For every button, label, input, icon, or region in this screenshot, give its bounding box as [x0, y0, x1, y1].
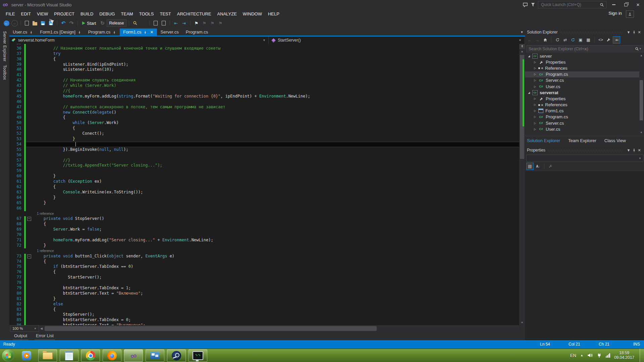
- code-line-85[interactable]: 85 btnStartServer.TabIndex = 0;: [9, 317, 519, 323]
- scroll-down-icon[interactable]: ▼: [639, 130, 643, 135]
- expand-icon[interactable]: ▷: [533, 103, 537, 106]
- document-tab-program-cs[interactable]: Program.cs: [85, 28, 119, 36]
- menu-item-tools[interactable]: TOOLS: [136, 10, 157, 18]
- expand-icon[interactable]: ▷: [533, 122, 537, 125]
- type-dropdown[interactable]: serverrat.homeForm ▼: [9, 37, 269, 44]
- go-to-definition-button[interactable]: [160, 19, 167, 27]
- zoom-selector[interactable]: 100 % ▼: [10, 325, 39, 332]
- object-selector[interactable]: ▼: [526, 155, 643, 162]
- tree-item-server[interactable]: ◢C#server: [525, 53, 639, 59]
- code-line-54[interactable]: 54: [9, 142, 519, 147]
- code-line-78[interactable]: 78: [9, 280, 519, 286]
- code-line-61[interactable]: 61 catch (Exception ex): [9, 179, 519, 184]
- pin-icon[interactable]: [78, 29, 81, 35]
- taskbar-remote-app-button[interactable]: [146, 349, 164, 362]
- code-line-79[interactable]: 79 btnStartServer.TabIndex = 1;: [9, 286, 519, 291]
- tree-scrollbar[interactable]: ▲ ▼: [639, 53, 643, 135]
- find-in-files-button[interactable]: [131, 19, 139, 27]
- pin-icon[interactable]: [30, 29, 33, 35]
- collapse-icon[interactable]: ◢: [527, 55, 531, 58]
- panel-tab-solution-explorer[interactable]: Solution Explorer: [527, 138, 560, 143]
- code-line-86[interactable]: 86 btnStartServer.Text = "Выключено";: [9, 323, 519, 325]
- menu-item-build[interactable]: BUILD: [77, 10, 96, 18]
- split-grip-icon[interactable]: ⇕: [519, 44, 525, 49]
- expand-icon[interactable]: ▷: [533, 128, 537, 131]
- tree-item-form1-cs[interactable]: ▷Form1.cs: [525, 108, 639, 114]
- code-line-64[interactable]: 64 }: [9, 195, 519, 200]
- code-line-38[interactable]: 38 {: [9, 57, 519, 62]
- hidden-icons-icon[interactable]: ▲: [580, 354, 583, 357]
- collapse-all-button[interactable]: ▣: [577, 37, 584, 43]
- taskbar-firefox-button[interactable]: [103, 349, 121, 362]
- expand-icon[interactable]: ▷: [533, 79, 537, 82]
- solution-search-input[interactable]: [527, 47, 635, 51]
- code-line-47[interactable]: 47 // выполняется асинхронно в потоке, т…: [9, 105, 519, 110]
- toolbar-overflow-button[interactable]: ▼: [140, 19, 147, 27]
- taskbar-windows-media-player-button[interactable]: [17, 350, 36, 362]
- redo-button[interactable]: ↷▼: [68, 19, 75, 27]
- fold-collapse-icon[interactable]: –: [27, 217, 31, 221]
- code-line-75[interactable]: 75 if (btnStartServer.TabIndex == 0): [9, 264, 519, 269]
- code-line-62[interactable]: 62 {: [9, 184, 519, 190]
- tree-item-user-cs[interactable]: ▷C#User.cs: [525, 126, 639, 132]
- categorized-button[interactable]: ▤: [526, 163, 534, 170]
- next-bookmark-button[interactable]: ⚑: [209, 19, 216, 27]
- navigate-to-button[interactable]: [152, 19, 159, 27]
- new-file-button[interactable]: ▼: [23, 19, 31, 27]
- power-plug-icon[interactable]: [597, 353, 602, 358]
- tree-item-serverrat[interactable]: ◢C#serverrat: [525, 89, 639, 96]
- save-button[interactable]: [39, 19, 47, 27]
- volume-icon[interactable]: [587, 353, 593, 358]
- menu-item-analyze[interactable]: ANALYZE: [214, 10, 240, 18]
- code-line-55[interactable]: 55 }).BeginInvoke(null, null);: [9, 147, 519, 153]
- code-line-46[interactable]: 46: [9, 99, 519, 105]
- code-line-68[interactable]: 68 {: [9, 222, 519, 227]
- start-debug-button[interactable]: Start▼: [80, 19, 98, 27]
- expand-icon[interactable]: ▷: [533, 109, 537, 112]
- home-button[interactable]: [542, 37, 548, 43]
- quick-launch-input[interactable]: [540, 2, 600, 7]
- document-tab-form1-cs-design-[interactable]: Form1.cs [Design]: [37, 28, 84, 36]
- code-editor[interactable]: 3536 // Назначаем сокет локальной конечн…: [9, 44, 519, 325]
- code-line-37[interactable]: 37 try: [9, 51, 519, 57]
- tree-item-properties[interactable]: ▷Properties: [525, 59, 639, 65]
- code-line-77[interactable]: 77 StartServer();: [9, 275, 519, 280]
- expand-icon[interactable]: ▷: [533, 85, 537, 88]
- menu-item-help[interactable]: HELP: [265, 10, 282, 18]
- scroll-up-icon[interactable]: ▲: [519, 49, 525, 54]
- code-line-69[interactable]: 69 Server.Work = false;: [9, 227, 519, 232]
- preview-selected-items-button[interactable]: [613, 36, 620, 44]
- code-line-53[interactable]: 53 }: [9, 136, 519, 142]
- tab-list-dropdown-icon[interactable]: ▼: [520, 29, 524, 35]
- code-line-70[interactable]: 70: [9, 232, 519, 238]
- scroll-left-icon[interactable]: ◀: [39, 327, 44, 330]
- scroll-up-icon[interactable]: ▲: [639, 53, 643, 58]
- menu-item-window[interactable]: WINDOW: [240, 10, 265, 18]
- pending-filter-button[interactable]: [554, 37, 561, 43]
- clock[interactable]: 18:59 09.04.2017: [614, 351, 634, 360]
- pin-icon[interactable]: [631, 30, 637, 35]
- quick-launch[interactable]: [538, 1, 606, 8]
- editor-horizontal-scrollbar[interactable]: 100 % ▼ ◀: [9, 325, 519, 332]
- menu-item-architecture[interactable]: ARCHITECTURE: [174, 10, 214, 18]
- taskbar-notepad-button[interactable]: [60, 349, 78, 362]
- code-line-66[interactable]: 66: [9, 206, 519, 211]
- restore-button[interactable]: [621, 1, 631, 8]
- menu-item-file[interactable]: FILE: [3, 10, 18, 18]
- taskbar-system-monitor-button[interactable]: ∿∿: [189, 349, 207, 362]
- code-line-56[interactable]: 56: [9, 153, 519, 158]
- toolbar-options-button[interactable]: ▼: [225, 19, 232, 27]
- code-line-63[interactable]: 63 Console.WriteLine(ex.ToString());: [9, 190, 519, 195]
- close-button[interactable]: ✕: [633, 1, 643, 8]
- pin-icon[interactable]: [144, 29, 147, 35]
- previous-bookmark-button[interactable]: ⚑: [201, 19, 208, 27]
- back-button[interactable]: ←: [526, 37, 533, 43]
- menu-item-team[interactable]: TEAM: [118, 10, 136, 18]
- navigate-forward-button[interactable]: →: [11, 19, 18, 27]
- tree-item-user-cs[interactable]: ▷C#User.cs: [525, 83, 639, 89]
- minimize-button[interactable]: [609, 1, 619, 8]
- code-line-42[interactable]: 42 // Начинаем слушать соединения: [9, 78, 519, 83]
- scroll-down-icon[interactable]: ▼: [519, 320, 525, 325]
- taskbar-windows-explorer-button[interactable]: [38, 349, 57, 362]
- chevron-down-icon[interactable]: ▼: [626, 30, 631, 34]
